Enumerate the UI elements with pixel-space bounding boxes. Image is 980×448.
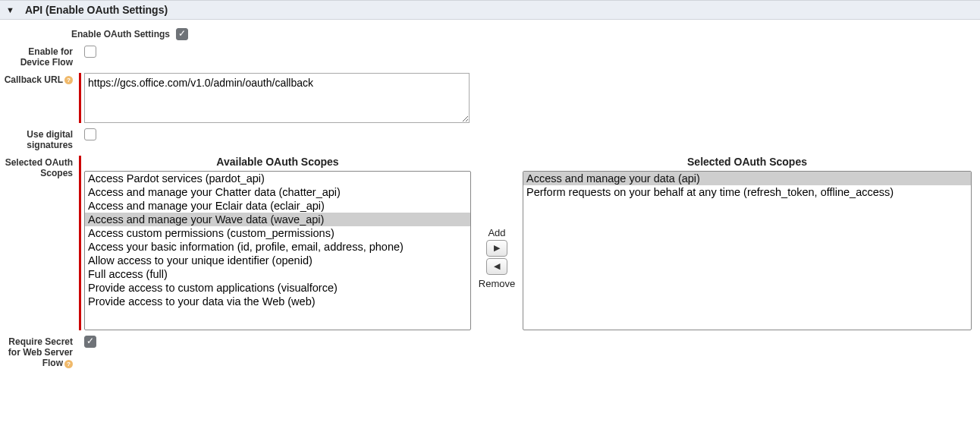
list-item[interactable]: Provide access to custom applications (v… [85, 281, 470, 295]
row-device-flow: Enable for Device Flow [0, 45, 980, 68]
selected-pane: Selected OAuth Scopes Access and manage … [523, 156, 972, 330]
checkbox-device-flow[interactable] [84, 46, 96, 58]
label-enable-oauth: Enable OAuth Settings [0, 27, 176, 39]
remove-button[interactable]: ◀ [486, 258, 507, 275]
list-item[interactable]: Access and manage your data (api) [523, 172, 971, 185]
available-pane: Available OAuth Scopes Access Pardot ser… [84, 156, 471, 330]
label-require-secret-text: Require Secret for Web Server Flow [8, 336, 73, 369]
add-button[interactable]: ▶ [486, 240, 507, 257]
label-oauth-scopes: Selected OAuth Scopes [0, 156, 79, 179]
label-digital-sig: Use digital signatures [0, 128, 79, 151]
list-item[interactable]: Perform requests on your behalf at any t… [523, 185, 971, 199]
label-callback-url-text: Callback URL [5, 74, 63, 85]
section-header[interactable]: ▼ API (Enable OAuth Settings) [0, 0, 980, 20]
label-require-secret: Require Secret for Web Server Flow? [0, 335, 79, 369]
selected-heading: Selected OAuth Scopes [523, 156, 972, 171]
row-callback-url: Callback URL? [0, 73, 980, 123]
label-device-flow: Enable for Device Flow [0, 45, 79, 68]
list-item[interactable]: Access your basic information (id, profi… [85, 240, 470, 254]
list-item[interactable]: Full access (full) [85, 267, 470, 281]
list-item[interactable]: Provide access to your data via the Web … [85, 295, 470, 308]
selected-scopes-list[interactable]: Access and manage your data (api)Perform… [523, 171, 972, 330]
form-area: Enable OAuth Settings Enable for Device … [0, 20, 980, 381]
label-callback-url: Callback URL? [0, 73, 79, 85]
list-item[interactable]: Allow access to your unique identifier (… [85, 254, 470, 267]
list-item[interactable]: Access and manage your Chatter data (cha… [85, 185, 470, 199]
required-bar [79, 73, 81, 123]
transfer-controls: Add ▶ ◀ Remove [471, 156, 523, 330]
available-heading: Available OAuth Scopes [84, 156, 471, 171]
row-enable-oauth: Enable OAuth Settings [0, 27, 980, 40]
list-item[interactable]: Access and manage your Eclair data (ecla… [85, 199, 470, 213]
checkbox-digital-sig[interactable] [84, 128, 96, 140]
available-scopes-list[interactable]: Access Pardot services (pardot_api)Acces… [84, 171, 471, 330]
help-icon[interactable]: ? [64, 76, 73, 84]
list-item[interactable]: Access custom permissions (custom_permis… [85, 226, 470, 240]
checkbox-enable-oauth[interactable] [176, 28, 188, 40]
scopes-wrapper: Available OAuth Scopes Access Pardot ser… [84, 156, 972, 330]
help-icon[interactable]: ? [64, 360, 73, 368]
add-label: Add [488, 227, 505, 238]
section-title: API (Enable OAuth Settings) [25, 4, 168, 16]
row-digital-sig: Use digital signatures [0, 128, 980, 151]
list-item[interactable]: Access Pardot services (pardot_api) [85, 172, 470, 185]
list-item[interactable]: Access and manage your Wave data (wave_a… [85, 213, 470, 226]
required-bar [79, 156, 81, 330]
checkbox-require-secret[interactable] [84, 336, 96, 348]
callback-url-input[interactable] [84, 73, 470, 123]
remove-label: Remove [479, 278, 515, 289]
collapse-icon[interactable]: ▼ [6, 5, 14, 14]
row-require-secret: Require Secret for Web Server Flow? [0, 335, 980, 369]
row-oauth-scopes: Selected OAuth Scopes Available OAuth Sc… [0, 156, 980, 330]
